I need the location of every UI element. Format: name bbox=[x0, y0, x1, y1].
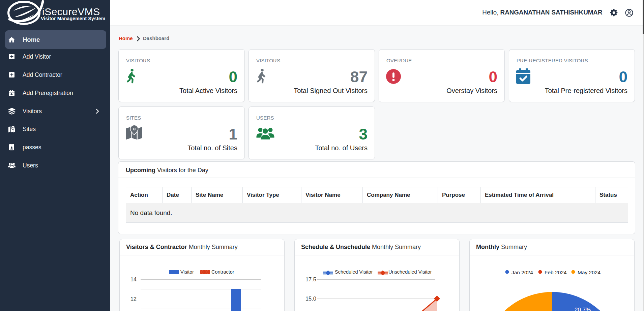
svg-text:20.7%: 20.7% bbox=[575, 307, 591, 311]
